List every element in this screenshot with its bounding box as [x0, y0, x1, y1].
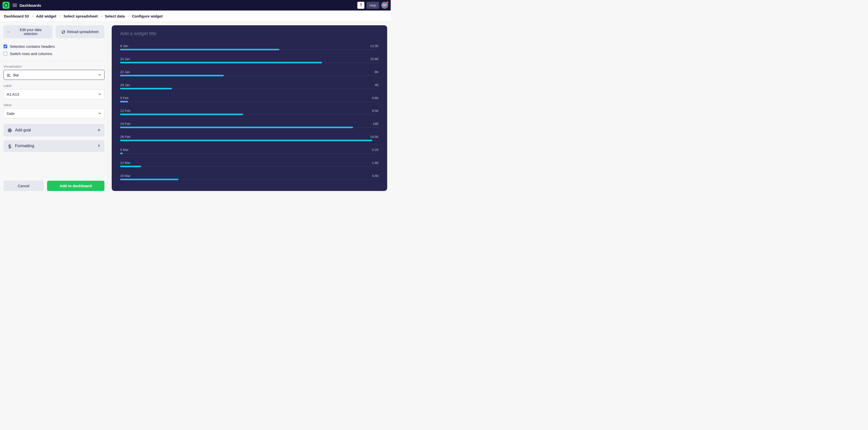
bar-track: [120, 113, 379, 114]
help-button[interactable]: Help: [366, 2, 379, 9]
label-select[interactable]: A1:A13: [3, 89, 104, 99]
bar-chart-icon: [7, 73, 11, 77]
edit-data-label: Edit your data selection: [12, 28, 49, 36]
headers-checkbox-row[interactable]: Selection contains headers: [3, 43, 104, 50]
bar-value: 8K: [375, 70, 379, 74]
avatar[interactable]: DP: [381, 2, 388, 9]
formatting-button[interactable]: Formatting: [3, 140, 104, 152]
bar-track: [120, 127, 379, 128]
logo[interactable]: [2, 2, 9, 9]
chart-row: 5 Mar0.2K: [120, 146, 379, 156]
plus-icon: +: [97, 127, 100, 133]
svg-point-5: [9, 130, 10, 131]
formatting-label: Formatting: [15, 144, 34, 148]
bar-track: [120, 101, 379, 102]
breadcrumb: Dashboard 53 › Add widget › Select sprea…: [0, 10, 391, 22]
bar-fill: [120, 88, 172, 89]
bar-fill: [120, 166, 141, 167]
chart-row: 15 Jan15.6K: [120, 55, 379, 65]
chart-row: 19 Feb18K: [120, 120, 379, 130]
bar-category: 8 Jan: [120, 44, 128, 48]
add-goal-label: Add goal: [15, 128, 31, 132]
breadcrumb-item[interactable]: Add widget: [36, 14, 56, 18]
bar-fill: [120, 179, 178, 180]
label-label: Label: [3, 84, 104, 88]
bar-category: 5 Mar: [120, 148, 128, 152]
chevron-right-icon: [97, 144, 100, 148]
bar-fill: [120, 127, 353, 128]
bar-track: [120, 75, 379, 76]
bar-fill: [120, 113, 243, 115]
reload-spreadsheet-button[interactable]: Reload spreadsheet: [56, 25, 105, 38]
bar-category: 12 Feb: [120, 109, 130, 112]
reload-icon: [62, 30, 65, 34]
cancel-button[interactable]: Cancel: [3, 181, 43, 191]
visualization-select[interactable]: Bar: [3, 70, 104, 80]
bar-value: 9.5K: [372, 109, 379, 112]
chevron-right-icon: ›: [59, 14, 61, 18]
bar-fill: [120, 140, 372, 141]
chart-row: 19 Mar4.5K: [120, 172, 379, 182]
chevron-right-icon: ›: [101, 14, 102, 18]
bar-category: 19 Feb: [120, 122, 130, 126]
value-select[interactable]: Dale: [3, 108, 104, 119]
bar-track: [120, 49, 379, 50]
target-icon: [7, 128, 12, 133]
topbar: Dashboards ? Help DP: [0, 0, 391, 10]
widget-card: Add a widget title 8 Jan12.3K15 Jan15.6K…: [112, 25, 387, 191]
bar-track: [120, 88, 379, 89]
value-value: Dale: [7, 111, 14, 115]
topbar-section[interactable]: Dashboards: [20, 3, 41, 7]
bar-category: 22 Jan: [120, 70, 130, 74]
bar-category: 12 Mar: [120, 161, 130, 165]
bar-value: 15.6K: [370, 57, 379, 61]
value-label: Value: [3, 103, 104, 107]
bar-value: 19.5K: [370, 135, 379, 139]
bar-category: 29 Jan: [120, 83, 130, 87]
widget-title-input[interactable]: Add a widget title: [120, 31, 379, 36]
add-goal-button[interactable]: Add goal +: [3, 124, 104, 137]
sidebar-footer: Cancel Add to dashboard: [0, 177, 108, 195]
bar-category: 15 Jan: [120, 57, 130, 61]
switch-checkbox-row[interactable]: Switch rows and columns: [3, 50, 104, 57]
visualization-label: Visualization: [3, 65, 104, 68]
bar-track: [120, 166, 379, 167]
bar-chart: 8 Jan12.3K15 Jan15.6K22 Jan8K29 Jan4K5 F…: [120, 41, 379, 184]
bar-track: [120, 179, 379, 180]
breadcrumb-item[interactable]: Dashboard 53: [4, 14, 29, 18]
switch-label: Switch rows and columns: [10, 52, 52, 56]
widget-preview: Add a widget title 8 Jan12.3K15 Jan15.6K…: [108, 22, 391, 195]
headers-label: Selection contains headers: [10, 44, 55, 48]
headers-checkbox[interactable]: [3, 44, 7, 48]
dollar-icon: [7, 144, 12, 148]
bar-track: [120, 140, 379, 141]
chevron-down-icon: [98, 73, 101, 77]
chevron-down-icon: [98, 111, 101, 115]
bar-value: 18K: [373, 122, 379, 126]
bar-category: 5 Feb: [120, 96, 128, 100]
bar-track: [120, 62, 379, 63]
chevron-down-icon: [98, 92, 101, 96]
bar-track: [120, 153, 379, 154]
edit-data-selection-button[interactable]: ← Edit your data selection: [3, 25, 52, 38]
bar-fill: [120, 101, 128, 102]
chart-row: 8 Jan12.3K: [120, 42, 379, 52]
menu-icon[interactable]: [12, 4, 17, 7]
arrow-left-icon: ←: [7, 30, 10, 34]
breadcrumb-item[interactable]: Select data: [105, 14, 125, 18]
chart-row: 12 Mar1.6K: [120, 159, 379, 169]
breadcrumb-current: Configure widget: [132, 14, 163, 18]
bar-value: 4.5K: [372, 174, 379, 178]
bar-category: 26 Feb: [120, 135, 130, 139]
bar-fill: [120, 75, 224, 76]
help-icon-button[interactable]: ?: [358, 2, 364, 9]
chart-row: 22 Jan8K: [120, 68, 379, 78]
bar-value: 0.6K: [372, 96, 379, 100]
bar-value: 1.6K: [372, 161, 379, 165]
chart-row: 12 Feb9.5K: [120, 107, 379, 117]
switch-checkbox[interactable]: [3, 52, 7, 56]
add-to-dashboard-button[interactable]: Add to dashboard: [47, 181, 104, 191]
bar-fill: [120, 153, 123, 154]
breadcrumb-item[interactable]: Select spreadsheet: [63, 14, 98, 18]
chart-row: 5 Feb0.6K: [120, 94, 379, 104]
